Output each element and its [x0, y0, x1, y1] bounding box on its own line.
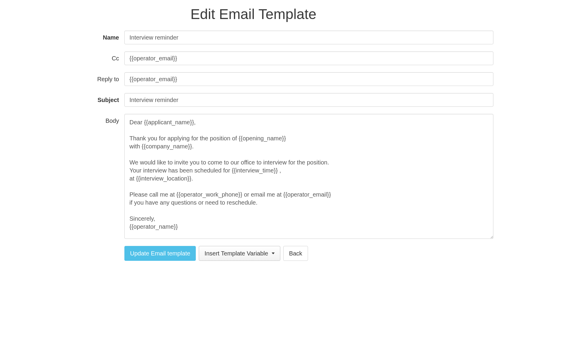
cc-field[interactable] — [124, 51, 493, 65]
button-row: Update Email template Insert Template Va… — [124, 246, 493, 261]
reply-to-field[interactable] — [124, 72, 493, 86]
back-button[interactable]: Back — [283, 246, 308, 261]
name-label: Name — [95, 31, 124, 41]
form-row-cc: Cc — [95, 51, 493, 65]
update-button[interactable]: Update Email template — [124, 246, 196, 261]
insert-variable-label: Insert Template Variable — [204, 249, 268, 258]
form-row-body: Body — [95, 114, 493, 239]
body-field[interactable] — [124, 114, 493, 239]
form-row-subject: Subject — [95, 93, 493, 107]
chevron-down-icon — [272, 252, 275, 254]
reply-to-label: Reply to — [95, 72, 124, 83]
cc-label: Cc — [95, 51, 124, 62]
insert-variable-button[interactable]: Insert Template Variable — [199, 246, 280, 261]
body-label: Body — [95, 114, 124, 124]
subject-label: Subject — [95, 93, 124, 103]
form-row-name: Name — [95, 31, 493, 44]
name-field[interactable] — [124, 31, 493, 44]
page-title: Edit Email Template — [190, 6, 493, 22]
form-row-reply-to: Reply to — [95, 72, 493, 86]
subject-field[interactable] — [124, 93, 493, 107]
